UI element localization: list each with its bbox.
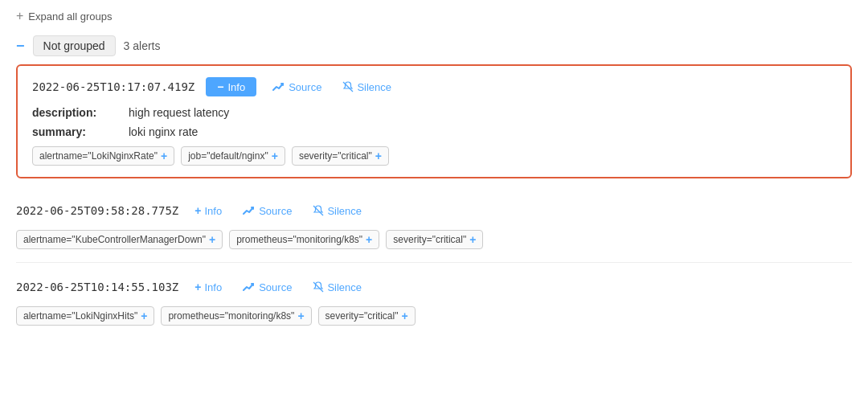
silence-label-2: Silence <box>327 205 362 217</box>
alert-item: 2022-06-25T10:17:07.419Z − Info Source S… <box>18 66 850 177</box>
silence-button[interactable]: Silence <box>338 78 396 96</box>
tag-item: severity="critical" + <box>318 306 416 326</box>
alert-timestamp-2: 2022-06-25T09:58:28.775Z <box>16 204 178 217</box>
tag-text: severity="critical" <box>299 150 372 162</box>
info-button-2[interactable]: + Info <box>190 201 227 220</box>
tag-text: alertname="KubeControllerManagerDown" <box>23 234 206 245</box>
alert-timestamp-3: 2022-06-25T10:14:55.103Z <box>16 281 178 293</box>
tag-text: alertname="LokiNginxHits" <box>23 310 137 322</box>
alert-header-3: 2022-06-25T10:14:55.103Z + Info Source S… <box>16 277 852 297</box>
plain-alerts: 2022-06-25T09:58:28.775Z + Info Source S… <box>16 193 852 326</box>
alert-header-2: 2022-06-25T09:58:28.775Z + Info Source S… <box>16 201 852 220</box>
tag-text: prometheus="monitoring/k8s" <box>236 234 362 245</box>
plus-icon-2: + <box>194 204 201 217</box>
source-button-2[interactable]: Source <box>238 202 297 220</box>
tag-text: severity="critical" <box>393 234 466 245</box>
info-label-2: Info <box>204 205 222 217</box>
minus-icon: − <box>217 80 223 93</box>
silence-icon-3 <box>313 281 324 293</box>
tag-text: alertname="LokiNginxRate" <box>39 150 158 162</box>
silence-label: Silence <box>357 81 391 93</box>
alert-detail-description: description: high request latency <box>32 106 836 119</box>
source-label-3: Source <box>259 281 292 293</box>
silence-icon-2 <box>313 205 324 216</box>
alert-header: 2022-06-25T10:17:07.419Z − Info Source S… <box>32 77 836 96</box>
tag-add-button[interactable]: + <box>375 150 382 162</box>
alert-item-3: 2022-06-25T10:14:55.103Z + Info Source S… <box>16 266 852 326</box>
alerts-count: 3 alerts <box>124 39 161 52</box>
detail-label-summary: summary: <box>32 125 121 138</box>
detail-label-description: description: <box>32 106 121 119</box>
tag-text: prometheus="monitoring/k8s" <box>168 310 294 322</box>
tag-add-button[interactable]: + <box>469 233 476 246</box>
expand-all-label: Expand all groups <box>28 10 112 23</box>
detail-value-description: high request latency <box>129 106 229 119</box>
tag-item: severity="critical" + <box>292 146 389 166</box>
tag-item: prometheus="monitoring/k8s" + <box>161 306 311 326</box>
tag-item: prometheus="monitoring/k8s" + <box>229 230 379 249</box>
tag-item: job="default/nginx" + <box>181 146 285 166</box>
group-header: − Not grouped 3 alerts <box>16 35 852 56</box>
alert-tags-row-3: alertname="LokiNginxHits" + prometheus="… <box>16 306 852 326</box>
group-label: Not grouped <box>33 35 116 56</box>
info-active-button[interactable]: − Info <box>206 77 256 96</box>
alert-timestamp: 2022-06-25T10:17:07.419Z <box>32 80 194 93</box>
trend-icon-3 <box>243 282 256 292</box>
alert-tags-row: alertname="LokiNginxRate" + job="default… <box>32 146 836 166</box>
tag-add-button[interactable]: + <box>297 309 304 322</box>
source-button[interactable]: Source <box>268 78 326 96</box>
expanded-alert-container: 2022-06-25T10:17:07.419Z − Info Source S… <box>16 64 852 178</box>
tag-item: severity="critical" + <box>386 230 483 249</box>
source-label-2: Source <box>259 205 292 217</box>
expand-all-groups-button[interactable]: + Expand all groups <box>16 10 852 23</box>
tag-item: alertname="KubeControllerManagerDown" + <box>16 230 223 249</box>
tag-add-button[interactable]: + <box>161 150 167 162</box>
plus-icon-3: + <box>194 281 201 293</box>
collapse-group-button[interactable]: − <box>16 39 25 53</box>
tag-text: job="default/nginx" <box>188 150 268 162</box>
tag-item: alertname="LokiNginxHits" + <box>16 306 154 326</box>
source-button-3[interactable]: Source <box>238 278 297 297</box>
silence-button-3[interactable]: Silence <box>308 278 366 297</box>
tag-add-button[interactable]: + <box>272 150 278 162</box>
tag-item: alertname="LokiNginxRate" + <box>32 146 174 166</box>
tag-add-button[interactable]: + <box>401 309 407 322</box>
silence-icon <box>342 81 354 92</box>
alert-detail-summary: summary: loki nginx rate <box>32 125 836 138</box>
source-label: Source <box>289 81 321 93</box>
alert-item-2: 2022-06-25T09:58:28.775Z + Info Source S… <box>16 193 852 263</box>
silence-button-2[interactable]: Silence <box>308 202 366 220</box>
silence-label-3: Silence <box>327 281 362 293</box>
info-label: Info <box>227 81 245 93</box>
alert-tags-row-2: alertname="KubeControllerManagerDown" + … <box>16 230 852 249</box>
trend-icon <box>272 82 285 92</box>
detail-value-summary: loki nginx rate <box>129 125 198 138</box>
tag-text: severity="critical" <box>326 310 399 322</box>
info-button-3[interactable]: + Info <box>190 277 227 297</box>
expand-all-icon: + <box>16 10 23 23</box>
info-label-3: Info <box>204 281 222 293</box>
tag-add-button[interactable]: + <box>141 309 147 322</box>
trend-icon-2 <box>243 206 256 215</box>
tag-add-button[interactable]: + <box>209 233 215 246</box>
tag-add-button[interactable]: + <box>366 233 372 246</box>
